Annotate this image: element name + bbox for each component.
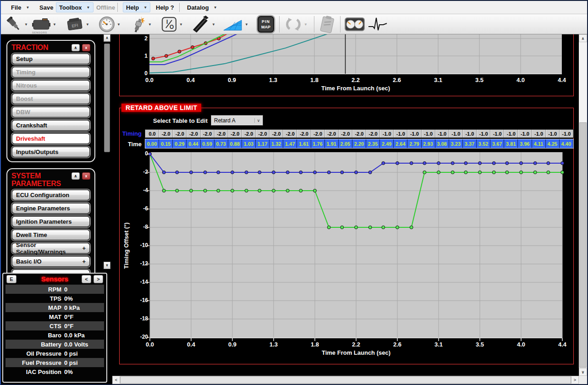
table-select-dropdown[interactable]: Retard A ∨	[211, 116, 263, 125]
timing-cell[interactable]: -2.0	[311, 130, 325, 138]
timing-cell[interactable]: -1.0	[407, 130, 421, 138]
belt-icon[interactable]: ▼	[191, 15, 215, 33]
timing-cell[interactable]: -2.0	[352, 130, 366, 138]
chevron-down-icon[interactable]: ▼	[117, 22, 121, 27]
time-cell[interactable]: 3.08	[435, 139, 449, 148]
timing-cell[interactable]: -1.0	[504, 130, 518, 138]
scroll-up-icon[interactable]: ∧	[579, 34, 587, 42]
sidebar-button-inputs-outputs[interactable]: Inputs/Outputs	[11, 146, 90, 158]
time-cell[interactable]: 1.17	[256, 139, 269, 148]
sidebar-button-setup[interactable]: Setup	[11, 53, 90, 65]
timing-cell[interactable]: -1.0	[477, 130, 490, 138]
sidebar-scroll-thumb[interactable]	[104, 44, 110, 152]
time-cell[interactable]: 3.52	[477, 139, 490, 148]
surface-3d-icon[interactable]: ▼	[222, 15, 248, 33]
pulse-icon[interactable]	[368, 15, 388, 33]
chevron-down-icon[interactable]: ▼	[179, 22, 183, 27]
timing-cell[interactable]: -1.0	[463, 130, 477, 138]
panel-close-icon[interactable]: x	[82, 172, 90, 180]
vertical-scrollbar[interactable]: ∧ ∨	[579, 34, 587, 376]
fuel-injector-icon[interactable]: ▼	[5, 15, 28, 33]
time-cell[interactable]: 0.59	[201, 139, 214, 148]
sensors-next-button[interactable]: >	[93, 275, 103, 283]
time-cell[interactable]: 2.20	[352, 139, 366, 148]
chevron-down-icon[interactable]: ▼	[86, 22, 89, 27]
sidebar-scroll-up-icon[interactable]: ∧	[104, 34, 110, 42]
retard-chart-plot[interactable]	[150, 152, 562, 338]
chevron-down-icon[interactable]: ▼	[304, 22, 308, 27]
sensors-icon[interactable]: SENSORS▼	[31, 15, 56, 33]
chevron-down-icon[interactable]: ∨	[254, 118, 262, 123]
time-cell[interactable]: 0.29	[173, 139, 187, 148]
sidebar-button-timing[interactable]: Timing	[11, 66, 90, 78]
scroll-left-icon[interactable]: <	[112, 376, 120, 384]
timing-cell[interactable]: -2.0	[228, 130, 242, 138]
time-cell[interactable]: 2.93	[422, 139, 435, 148]
timing-cell[interactable]: -1.0	[490, 130, 504, 138]
timing-cell[interactable]: -2.0	[366, 130, 380, 138]
sync-icon[interactable]: ▼	[284, 15, 308, 33]
time-cell[interactable]: 3.67	[490, 139, 504, 148]
menu-file[interactable]: File▼	[8, 2, 32, 12]
menu-offline[interactable]: Offline	[93, 2, 118, 12]
scroll-right-icon[interactable]: >	[571, 376, 579, 384]
panel-close-icon[interactable]: x	[82, 44, 90, 51]
sidebar-button-ignition-parameters[interactable]: Ignition Parameters	[11, 216, 90, 227]
time-cell[interactable]: 0.88	[228, 139, 242, 148]
panel-collapse-icon[interactable]: ∧	[71, 172, 80, 180]
time-cell[interactable]: 2.64	[394, 139, 407, 148]
chevron-down-icon[interactable]: ▼	[212, 22, 215, 27]
chevron-down-icon[interactable]: ▼	[245, 22, 248, 27]
time-cell[interactable]: 3.37	[463, 139, 477, 148]
sidebar-button-engine-parameters[interactable]: Engine Parameters	[11, 203, 90, 214]
pin-map-icon[interactable]: PIN MAP	[256, 15, 275, 33]
io-icon[interactable]: I O▼	[160, 15, 183, 33]
sidebar-scrollbar[interactable]: ∧ ∨	[104, 34, 110, 275]
scroll-down-icon[interactable]: ∨	[579, 368, 587, 376]
timing-cell[interactable]: -1.0	[449, 130, 463, 138]
timing-cell[interactable]: -1.0	[546, 130, 560, 138]
time-cell[interactable]: 0.15	[159, 139, 173, 148]
time-cell[interactable]: 0.00	[145, 139, 159, 148]
time-cell[interactable]: 0.44	[187, 139, 200, 148]
top-chart-plot[interactable]	[149, 34, 562, 74]
sidebar-button-driveshaft[interactable]: Driveshaft	[11, 133, 90, 144]
sidebar-button-nitrous[interactable]: Nitrous	[11, 80, 90, 91]
time-cell[interactable]: 1.47	[283, 139, 297, 148]
timing-cell[interactable]: -1.0	[422, 130, 435, 138]
time-cell[interactable]: 2.35	[366, 139, 380, 148]
timing-cell[interactable]: -1.0	[532, 130, 546, 138]
menu-toolbox[interactable]: Toolbox▼	[56, 2, 93, 12]
time-cell[interactable]: 2.79	[407, 139, 421, 148]
timing-cell[interactable]: -1.0	[380, 130, 394, 138]
timing-cell[interactable]: -2.0	[256, 130, 269, 138]
time-cell[interactable]: 1.76	[311, 139, 325, 148]
clipboard-icon[interactable]	[318, 15, 336, 33]
time-cell[interactable]: 4.11	[532, 139, 546, 148]
timing-cell[interactable]: -1.0	[518, 130, 532, 138]
timing-cell[interactable]: -2.0	[297, 130, 311, 138]
timing-cell[interactable]: -1.0	[394, 130, 407, 138]
time-cell[interactable]: 2.49	[380, 139, 394, 148]
menu-datalog[interactable]: Datalog▼	[184, 2, 220, 12]
sidebar-button-boost[interactable]: Boost	[11, 93, 90, 104]
chevron-down-icon[interactable]: ▼	[148, 22, 152, 27]
menu-help-[interactable]: Help ?	[153, 2, 177, 12]
sidebar-button-ecu-configuration[interactable]: ECU Configuration	[11, 189, 90, 201]
sidebar-scroll-down-icon[interactable]: ∨	[104, 262, 110, 269]
timing-cell[interactable]: -2.0	[269, 130, 283, 138]
timing-cell[interactable]: -2.0	[242, 130, 256, 138]
dual-gauges-icon[interactable]	[345, 15, 365, 33]
holley-efi-icon[interactable]: EFI▼	[65, 15, 89, 33]
time-cell[interactable]: 2.05	[339, 139, 352, 148]
spark-plug-icon[interactable]: ▼	[130, 15, 152, 33]
timing-cell[interactable]: -2.0	[201, 130, 214, 138]
panel-collapse-icon[interactable]: ∧	[71, 44, 80, 51]
vertical-scroll-thumb[interactable]	[579, 122, 587, 368]
timing-cell[interactable]: -2.0	[325, 130, 339, 138]
chevron-down-icon[interactable]: ▼	[53, 22, 56, 27]
timing-cell[interactable]: -2.0	[283, 130, 297, 138]
sidebar-button-closed-loop-learn[interactable]: Closed Loop/Learn+	[11, 269, 90, 273]
menu-help[interactable]: Help▼	[123, 2, 150, 12]
time-cell[interactable]: 3.81	[504, 139, 518, 148]
